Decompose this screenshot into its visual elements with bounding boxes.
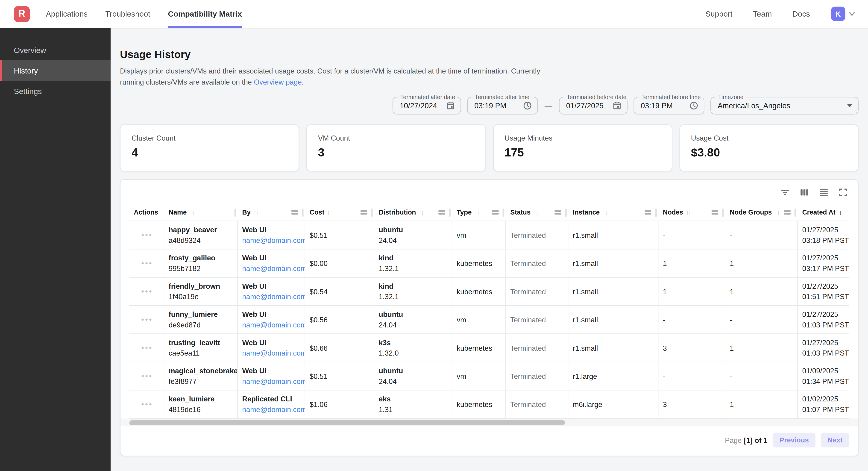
column-menu-icon[interactable] (555, 209, 561, 216)
dropdown-icon[interactable] (847, 104, 852, 107)
column-menu-icon[interactable] (712, 209, 718, 216)
column-header[interactable]: By ↑↓ (238, 204, 305, 221)
column-header[interactable]: Node Groups ↑↓ (725, 204, 798, 221)
sort-arrows-icon[interactable]: ↑↓ (474, 209, 479, 216)
cell-status: Terminated (506, 306, 568, 333)
sort-arrows-icon[interactable]: ↑↓ (419, 209, 424, 216)
column-menu-icon[interactable] (492, 209, 499, 216)
creator-email-link[interactable]: name@domain.com (242, 264, 300, 273)
column-header[interactable]: Created At ↓ (798, 204, 849, 221)
column-header[interactable]: Status ↑↓ (506, 204, 568, 221)
column-menu-icon[interactable] (645, 209, 651, 216)
cell-by: Web UI name@domain.com (238, 278, 305, 305)
status-badge: Terminated (510, 287, 563, 296)
table-row: magical_stonebraker fe3f8977 Web UI name… (129, 362, 849, 390)
top-link[interactable]: Docs (792, 9, 810, 18)
creator-email-link[interactable]: name@domain.com (242, 236, 300, 244)
sidebar-item[interactable]: Overview (0, 40, 111, 60)
nav-item[interactable]: Troubleshoot (105, 0, 150, 28)
creator-email-link[interactable]: name@domain.com (242, 321, 300, 329)
date-time-field[interactable]: Terminated before time 03:19 PM (633, 97, 704, 115)
field-value: 10/27/2024 (400, 101, 443, 110)
range-separator: — (545, 101, 552, 110)
row-actions-icon[interactable] (142, 347, 151, 349)
creator-email-link[interactable]: name@domain.com (242, 349, 300, 357)
column-menu-icon[interactable] (784, 209, 790, 216)
row-actions-icon[interactable] (142, 262, 151, 265)
cell-cost: $0.56 (305, 306, 374, 333)
cell-actions (129, 221, 164, 249)
column-menu-icon[interactable] (291, 209, 298, 216)
column-header[interactable]: Instance ↑↓ (568, 204, 658, 221)
field-label: Terminated before time (639, 93, 703, 100)
row-actions-icon[interactable] (142, 375, 151, 377)
sort-arrows-icon[interactable]: ↑↓ (533, 209, 538, 216)
column-header[interactable]: Type ↑↓ (452, 204, 506, 221)
column-separator (503, 208, 504, 216)
sidebar-item[interactable]: Settings (0, 81, 111, 101)
table-body: happy_beaver a48d9324 Web UI name@domain… (129, 221, 849, 419)
column-header[interactable]: Name ↑↓ (164, 204, 238, 221)
density-icon[interactable] (819, 187, 829, 198)
stat-card: VM Count 3 (306, 124, 486, 171)
overview-page-link[interactable]: Overview page (254, 78, 302, 86)
fullscreen-icon[interactable] (838, 187, 848, 198)
chevron-down-icon[interactable] (848, 10, 856, 18)
clock-icon[interactable] (523, 101, 532, 110)
column-header[interactable]: Distribution ↑↓ (374, 204, 452, 221)
filter-icon[interactable] (780, 187, 790, 198)
top-link[interactable]: Team (753, 9, 772, 18)
columns-icon[interactable] (799, 187, 809, 198)
creator-email-link[interactable]: name@domain.com (242, 377, 300, 385)
sort-arrows-icon[interactable]: ↑↓ (686, 209, 691, 216)
nav-item[interactable]: Compatibility Matrix (168, 0, 242, 28)
horizontal-scrollbar-track (121, 419, 858, 426)
creator-email-link[interactable]: name@domain.com (242, 405, 300, 414)
nav-item[interactable]: Applications (46, 0, 88, 28)
top-link[interactable]: Support (705, 9, 733, 18)
column-header-label: Cost (310, 209, 324, 216)
sidebar-item[interactable]: History (0, 60, 111, 81)
sidebar: Overview History Settings (0, 28, 111, 471)
date-time-field[interactable]: Terminated after date 10/27/2024 (393, 97, 461, 115)
row-actions-icon[interactable] (142, 234, 151, 236)
nav-item-label: Applications (46, 9, 88, 18)
top-bar-right: Support Team Docs K (685, 7, 856, 21)
sort-arrows-icon[interactable]: ↑↓ (189, 209, 194, 216)
next-button[interactable]: Next (821, 433, 849, 447)
sort-arrows-icon[interactable]: ↑↓ (327, 209, 332, 216)
cell-distribution: kind 1.32.1 (374, 278, 452, 305)
previous-button[interactable]: Previous (773, 433, 815, 447)
sort-desc-icon[interactable]: ↓ (839, 209, 842, 216)
sort-arrows-icon[interactable]: ↑↓ (253, 209, 258, 216)
data-grid: Actions Name ↑↓ (129, 204, 849, 419)
column-header[interactable]: Actions (129, 204, 164, 221)
user-avatar[interactable]: K (831, 7, 845, 21)
column-header-label: Distribution (379, 209, 416, 216)
date-time-field[interactable]: Terminated before date 01/27/2025 (559, 97, 627, 115)
column-menu-icon[interactable] (438, 209, 445, 216)
column-menu-icon[interactable] (361, 209, 367, 216)
sort-arrows-icon[interactable]: ↑↓ (774, 209, 779, 216)
horizontal-scrollbar-thumb[interactable] (129, 420, 565, 425)
field-label: Terminated before date (564, 93, 628, 100)
cell-distribution: ubuntu 24.04 (374, 306, 452, 333)
cluster-name: friendly_brown (168, 282, 232, 290)
nav-item-label: Troubleshoot (105, 9, 150, 18)
timezone-select[interactable]: Timezone America/Los_Angeles (710, 97, 859, 115)
calendar-icon[interactable] (613, 101, 621, 110)
date-time-field[interactable]: Terminated after time 03:19 PM (467, 97, 538, 115)
row-actions-icon[interactable] (142, 290, 151, 293)
replicated-logo[interactable]: R (14, 6, 30, 22)
clock-icon[interactable] (689, 101, 698, 110)
column-header[interactable]: Cost ↑↓ (305, 204, 374, 221)
sort-arrows-icon[interactable]: ↑↓ (602, 209, 607, 216)
cell-name: keen_lumiere 4819de16 (164, 390, 238, 418)
row-actions-icon[interactable] (142, 403, 151, 406)
column-header[interactable]: Nodes ↑↓ (658, 204, 725, 221)
row-actions-icon[interactable] (142, 319, 151, 321)
creator-email-link[interactable]: name@domain.com (242, 293, 300, 301)
cluster-name: funny_lumiere (168, 310, 232, 319)
calendar-icon[interactable] (446, 101, 455, 110)
stat-label: Usage Cost (691, 134, 847, 142)
